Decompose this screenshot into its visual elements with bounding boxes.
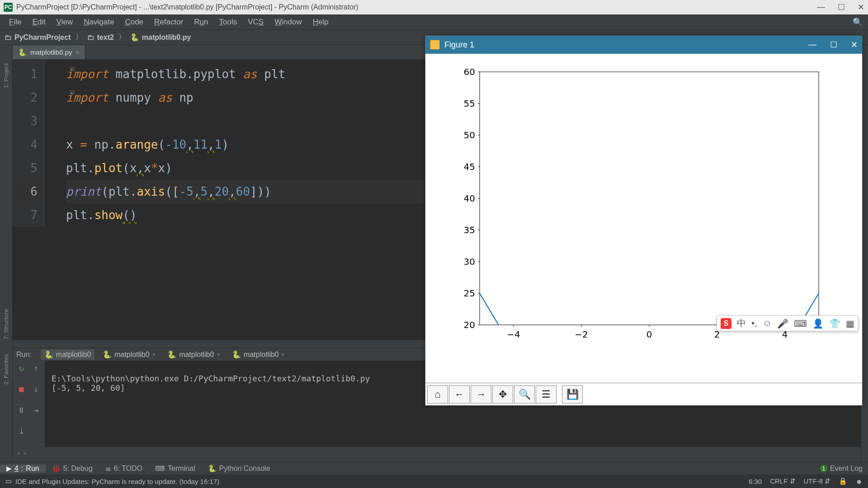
ime-keyboard-icon[interactable]: ⌨ [794, 318, 807, 329]
menu-help[interactable]: Help [307, 16, 334, 28]
run-output[interactable]: E:\Tools\python\python.exe D:/PyCharmPro… [45, 361, 376, 447]
stop-icon[interactable]: ■ [15, 384, 28, 402]
lock-icon[interactable]: 🔒 [839, 477, 847, 485]
close-icon[interactable]: ✕ [851, 40, 858, 50]
pause-icon[interactable]: ⏸ [15, 405, 28, 423]
export-icon[interactable]: ⤓ [15, 426, 28, 444]
menu-edit[interactable]: Edit [27, 16, 51, 28]
editor-tab-matplotlib0[interactable]: 🐍 matplotlib0.py × [13, 45, 85, 59]
maximize-icon[interactable]: ☐ [838, 2, 845, 12]
ime-toolbar[interactable]: S 中 •, ☺ 🎤 ⌨ 👤 👕 ▦ [717, 315, 859, 331]
run-tab[interactable]: 🐍matplotlib0 [41, 349, 94, 360]
event-log-button[interactable]: Event Log [830, 465, 863, 473]
configure-icon[interactable]: ☰ [536, 385, 557, 404]
tool-project[interactable]: 1: Project [3, 63, 9, 88]
menu-navigate[interactable]: Navigate [78, 16, 119, 28]
tool-favorites[interactable]: 2: Favorites [3, 354, 9, 385]
ime-mode[interactable]: 中 [737, 317, 746, 329]
left-tool-rail: 1: Project 7: Structure 2: Favorites [0, 45, 13, 474]
close-icon[interactable]: ✕ [858, 2, 864, 12]
ime-punct-icon[interactable]: •, [751, 318, 757, 328]
minimize-icon[interactable]: — [808, 40, 816, 50]
folder-icon: 🗀 [87, 33, 94, 42]
ime-voice-icon[interactable]: 🎤 [777, 318, 788, 329]
figure-titlebar[interactable]: Figure 1 — ☐ ✕ [425, 36, 862, 54]
ime-emoji-icon[interactable]: ☺ [763, 318, 772, 328]
home-icon[interactable]: ⌂ [427, 385, 448, 404]
hector-icon[interactable]: ☻ [855, 478, 863, 485]
fold-icon[interactable]: ⊟ [70, 65, 75, 72]
svg-text:−4: −4 [507, 329, 520, 340]
menu-vcs[interactable]: VCS [242, 16, 269, 28]
window-title: PyCharmProject [D:\PyCharmProject] - ...… [16, 3, 817, 11]
chevron-right-icon[interactable]: » [17, 450, 20, 456]
menu-run[interactable]: Run [189, 16, 213, 28]
run-icon: ▶ [6, 465, 12, 473]
toolwindow-python-console[interactable]: 🐍Python Console [202, 465, 277, 473]
toolwindow-todo[interactable]: ≣6: TODO [99, 465, 149, 473]
breadcrumb-project[interactable]: 🗀 PyCharmProject [5, 33, 71, 42]
chevron-right-icon[interactable]: » [23, 450, 26, 456]
svg-text:25: 25 [464, 288, 475, 299]
save-icon[interactable]: 💾 [562, 385, 583, 404]
toolwindow-debug[interactable]: 🐞5: Debug [46, 465, 99, 473]
run-tab[interactable]: 🐍matplotlib0× [99, 349, 159, 360]
figure-canvas[interactable]: 60 55 50 45 40 35 30 25 20 [425, 54, 862, 383]
svg-text:40: 40 [464, 193, 475, 204]
caret-position[interactable]: 6:30 [749, 478, 762, 485]
sogou-logo-icon: S [721, 318, 731, 329]
status-message: IDE and Plugin Updates: PyCharm is ready… [15, 478, 219, 485]
toolwindow-run[interactable]: ▶4: Run [0, 465, 46, 473]
chevron-right-icon: 〉 [118, 33, 126, 42]
svg-rect-0 [480, 72, 819, 325]
file-encoding[interactable]: UTF-8 ⇵ [804, 477, 831, 485]
todo-icon: ≣ [105, 465, 111, 473]
toolwindow-terminal[interactable]: ⌨Terminal [149, 465, 201, 473]
breadcrumb-folder[interactable]: 🗀 text2 [87, 33, 114, 42]
menu-tools[interactable]: Tools [214, 16, 243, 28]
fold-icon[interactable]: ⊟ [70, 89, 75, 96]
minimize-icon[interactable]: — [817, 2, 825, 12]
close-icon[interactable]: × [152, 351, 156, 358]
breadcrumb-file[interactable]: 🐍 matplotlib0.py [130, 33, 191, 42]
ime-skin-icon[interactable]: 👕 [829, 318, 840, 329]
back-icon[interactable]: ← [449, 385, 470, 404]
close-icon[interactable]: × [76, 49, 80, 56]
soft-wrap-icon[interactable]: ⇥ [30, 405, 42, 423]
down-icon[interactable]: ↓ [30, 384, 42, 402]
menu-window[interactable]: Window [269, 16, 307, 28]
menu-view[interactable]: View [51, 16, 79, 28]
chevron-right-icon: 〉 [75, 33, 83, 42]
folder-icon: 🗀 [5, 33, 12, 42]
svg-text:50: 50 [464, 130, 475, 141]
forward-icon[interactable]: → [471, 385, 491, 404]
notification-badge: 1 [820, 465, 827, 472]
maximize-icon[interactable]: ☐ [830, 40, 837, 50]
close-icon[interactable]: × [281, 351, 285, 358]
breadcrumb-file-label: matplotlib0.py [142, 33, 191, 42]
run-tab[interactable]: 🐍matplotlib0× [228, 349, 288, 360]
up-icon[interactable]: ↑ [30, 363, 42, 381]
pan-icon[interactable]: ✥ [492, 385, 513, 404]
status-bar: ▭ IDE and Plugin Updates: PyCharm is rea… [0, 474, 868, 488]
menu-code[interactable]: Code [119, 16, 149, 28]
figure-window[interactable]: Figure 1 — ☐ ✕ 60 55 50 45 40 35 30 [425, 35, 863, 406]
search-icon[interactable]: 🔍 [853, 17, 863, 27]
line-separator[interactable]: CRLF ⇵ [770, 477, 795, 485]
svg-text:35: 35 [464, 225, 475, 235]
close-icon[interactable]: × [217, 351, 221, 358]
zoom-icon[interactable]: 🔍 [514, 385, 535, 404]
rerun-icon[interactable]: ↻ [15, 363, 28, 381]
menu-file[interactable]: File [4, 16, 27, 28]
python-file-icon: 🐍 [130, 33, 139, 42]
menubar: File Edit View Navigate Code Refactor Ru… [0, 14, 868, 30]
breadcrumb-folder-label: text2 [97, 33, 114, 42]
ime-user-icon[interactable]: 👤 [812, 318, 824, 329]
bug-icon: 🐞 [52, 465, 61, 473]
run-tab[interactable]: 🐍matplotlib0× [164, 349, 224, 360]
ime-menu-icon[interactable]: ▦ [846, 318, 854, 329]
tool-structure[interactable]: 7: Structure [3, 309, 9, 339]
menu-refactor[interactable]: Refactor [149, 16, 189, 28]
matplotlib-icon [430, 40, 440, 50]
svg-text:0: 0 [646, 329, 652, 340]
